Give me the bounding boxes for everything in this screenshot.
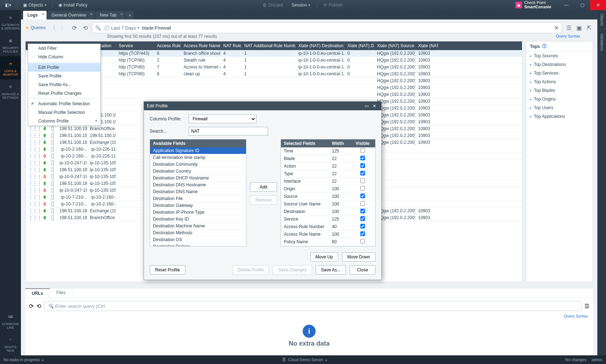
queries-link[interactable]: ★Queries (25, 25, 46, 30)
col-access-rule-num[interactable]: Access Rule... (154, 41, 181, 50)
query-syntax-link[interactable]: Query Syntax (556, 34, 580, 39)
tab-new[interactable]: New Tab✕ (96, 11, 125, 19)
list-item[interactable]: Destination DNS Name (150, 188, 246, 195)
list-item[interactable]: Access Rule Name100 (281, 231, 375, 238)
visible-checkbox[interactable] (360, 171, 365, 176)
visible-checkbox[interactable] (360, 209, 365, 213)
reset-profile-button[interactable]: Reset Profile (150, 265, 185, 275)
window-close[interactable]: ✕ (590, 0, 606, 10)
close-icon[interactable]: ✕ (41, 12, 44, 16)
tops-item[interactable]: Top Actions (526, 77, 593, 86)
list-icon[interactable]: ☰ (584, 303, 589, 310)
menu-columns-profile[interactable]: Columns Profile (28, 117, 100, 125)
window-restore[interactable]: ▢ (574, 0, 590, 10)
refresh-icon[interactable]: ⟳ (29, 303, 34, 310)
tops-item[interactable]: Top Blades (526, 86, 593, 95)
col-access-rule-name[interactable]: Access Rule Name (181, 41, 220, 50)
list-item[interactable]: Origin100 (281, 185, 375, 193)
rtab-validations[interactable]: Validations (599, 30, 605, 55)
visible-checkbox[interactable] (360, 148, 365, 153)
visible-checkbox[interactable] (360, 156, 365, 160)
list-item[interactable]: Destination Country (150, 168, 246, 175)
col-nat-additional[interactable]: NAT Additional Rule Number (241, 41, 295, 50)
list-item[interactable]: Destination DHCP Hostname (150, 175, 246, 182)
auto-refresh-icon[interactable]: ⟲ (81, 24, 89, 32)
list-view-icon[interactable]: ☰ (565, 24, 573, 32)
list-item[interactable]: Destination Methods (150, 230, 246, 236)
visible-checkbox[interactable] (360, 239, 365, 244)
move-up-button[interactable]: Move Up (310, 252, 338, 262)
app-menu[interactable]: ◧▾ (3, 3, 13, 8)
list-item[interactable]: Destination Gateway (150, 202, 246, 209)
list-item[interactable]: Destination Community (150, 161, 246, 168)
col-xlate-src-ip[interactable]: Xlate (NAT) Source IP (374, 41, 415, 50)
list-item[interactable]: Destination IP-Phone Type (150, 209, 246, 216)
tops-item[interactable]: Top Applications (526, 112, 593, 121)
visible-checkbox[interactable] (360, 186, 365, 191)
dialog-close[interactable]: ✕ (370, 103, 378, 108)
visible-checkbox[interactable] (360, 178, 365, 183)
list-item[interactable]: Destination DNS Hostname (150, 182, 246, 188)
list-item[interactable]: Description400 (281, 246, 375, 246)
list-item[interactable]: Interface22 (281, 178, 375, 185)
list-item[interactable]: Action22 (281, 163, 375, 170)
add-button[interactable]: Add (250, 182, 277, 192)
list-item[interactable]: Policy Name60 (281, 238, 375, 246)
menu-save-profile-as[interactable]: Save Profile As... (28, 80, 100, 89)
close-icon[interactable]: ✕ (90, 12, 93, 16)
menu-manual-profile[interactable]: Manual Profile Selection (28, 108, 100, 117)
tops-item[interactable]: Top Origins (526, 95, 593, 103)
col-xlate-dest-port[interactable]: Xlate (NAT) D... (344, 41, 374, 50)
tab-add[interactable]: ＋ (126, 11, 134, 19)
list-item[interactable]: Source User Name100 (281, 200, 375, 208)
tops-item[interactable]: Top Users (526, 103, 593, 112)
nav-gateways[interactable]: ⧉GATEWAYS & SERVERS (0, 10, 21, 33)
nav-logs[interactable]: ◔LOGS & MONITOR (0, 56, 21, 79)
menu-edit-profile[interactable]: Edit Profile (28, 63, 100, 72)
nav-back[interactable]: 〈 (49, 24, 57, 32)
move-down-button[interactable]: Move Down (342, 252, 376, 262)
visible-checkbox[interactable] (360, 216, 365, 221)
list-item[interactable]: Blade22 (281, 155, 375, 163)
window-minimize[interactable]: — (558, 0, 574, 10)
menu-reset-profile[interactable]: Reset Profile Changes (28, 89, 100, 98)
nav-cmdline[interactable]: ⌨COMMAND LINE (0, 309, 21, 332)
dialog-restore[interactable]: ▭ (363, 103, 370, 108)
menu-hide-column[interactable]: Hide Column (28, 53, 100, 61)
menu-add-filter[interactable]: Add Filter (28, 44, 100, 53)
nav-manage[interactable]: ⚙MANAGE & SETTINGS (0, 79, 21, 102)
visible-checkbox[interactable] (360, 231, 365, 236)
list-item[interactable]: Access Rule Number40 (281, 223, 375, 231)
delete-profile-button[interactable]: Delete Profile (232, 265, 269, 275)
nav-fwd[interactable]: 〉 (60, 24, 67, 32)
list-item[interactable]: Destination Key ID (150, 216, 246, 223)
status-server[interactable]: 🗄Cloud Demo Server▴ (44, 358, 565, 362)
list-item[interactable]: Service125 (281, 216, 375, 223)
menu-auto-profile[interactable]: Automatic Profile Selection (28, 99, 100, 108)
save-changes-button[interactable]: Save Changes (273, 265, 312, 275)
publish-button[interactable]: ⟳Publish (321, 2, 345, 8)
col-nat-rule[interactable]: NAT Rule... (220, 41, 241, 50)
list-item[interactable]: Type22 (281, 170, 375, 178)
list-item[interactable]: Application Signature ID (150, 147, 246, 154)
tops-item[interactable]: Top Destinations (526, 60, 593, 69)
col-service[interactable]: Service (116, 41, 154, 50)
list-item[interactable]: Call termination time stamp (150, 154, 246, 161)
objects-menu[interactable]: ▣Objects▾ (21, 3, 49, 8)
profile-select[interactable]: Firewall (189, 115, 256, 123)
export-icon[interactable]: ⇱ (585, 24, 593, 32)
tops-item[interactable]: Top Services (526, 69, 593, 77)
list-item[interactable]: Destination OS (150, 236, 246, 243)
nav-policies[interactable]: ▦SECURITY POLICIES (0, 33, 21, 56)
remove-button[interactable]: Remove (250, 195, 277, 205)
menu-save-profile[interactable]: Save Profile (28, 72, 100, 80)
discard-button[interactable]: 🗑Discard (260, 2, 285, 8)
list-item[interactable]: Destination Partner (150, 243, 246, 246)
tab-overview[interactable]: General Overview✕ (47, 11, 95, 19)
close-button[interactable]: Close (350, 265, 376, 275)
query-syntax-link[interactable]: Query Syntax (564, 314, 588, 318)
list-item[interactable]: Time125 (281, 147, 375, 155)
time-range[interactable]: 🕘Last 7 Days▾ (104, 25, 139, 31)
visible-checkbox[interactable] (360, 201, 365, 206)
list-item[interactable]: Source100 (281, 193, 375, 200)
